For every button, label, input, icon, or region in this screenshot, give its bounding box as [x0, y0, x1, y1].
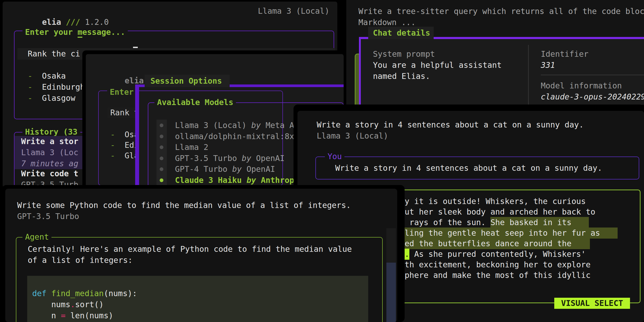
- list-item-label: Osaka: [125, 130, 135, 139]
- chat-prompt-line2: Markdown ...: [358, 17, 416, 28]
- story-line-2: out her sleek body and arched her back t…: [400, 206, 595, 217]
- app-name: elia: [125, 76, 144, 85]
- model-by: by: [228, 164, 247, 174]
- system-prompt-line2: named Elias.: [373, 71, 430, 82]
- history-item-model: Llama 3 (Loc: [21, 147, 78, 158]
- code-function-name: find_median: [46, 289, 104, 298]
- list-item-label: Osaka: [42, 71, 66, 80]
- identifier-label: Identifier: [541, 49, 589, 60]
- model-option-llama3[interactable]: Llama 3 (Local) by Meta AI: [175, 120, 299, 131]
- code-text: len(nums): [65, 311, 113, 320]
- app-title: elia///1.2.0: [106, 64, 191, 75]
- tab-chat-details[interactable]: Chat details: [373, 27, 430, 39]
- model-name: Llama 2: [175, 143, 208, 152]
- code-line-2: nums.sort(): [32, 299, 104, 310]
- bullet-dash: -: [110, 151, 115, 160]
- model-radio-icon: [160, 167, 163, 171]
- text-cursor: [133, 47, 138, 48]
- panel-title-hotkey: m: [78, 27, 82, 38]
- agent-intro-line1: Certainly! Here's an example of Python c…: [28, 244, 352, 255]
- model-name: GPT-3.5 Turbo: [175, 154, 237, 163]
- message-input-value: Rank the ci: [28, 48, 80, 59]
- story-selected-text: hed the butterflies dance around the: [400, 238, 590, 249]
- available-models-title: Available Models: [154, 97, 236, 108]
- model-option-llama2[interactable]: Llama 2: [175, 142, 208, 153]
- history-item2-prompt[interactable]: Write code t: [21, 168, 78, 179]
- app-title: elia///1.2.0: [23, 6, 109, 17]
- story-text: As she purred contentedly, Whiskers': [409, 249, 586, 259]
- list-item-glasgow: -Glasgow: [28, 93, 75, 104]
- code-operator: .: [70, 300, 75, 309]
- agent-panel-title: Agent: [22, 231, 51, 243]
- list-item-label: Edinburgh: [42, 82, 85, 92]
- scrollbar-thumb[interactable]: [386, 263, 396, 322]
- model-org: OpenAI: [256, 154, 285, 163]
- list-item-edinburgh: -Edinburgh: [28, 82, 85, 93]
- code-text: (nums):: [104, 289, 137, 298]
- model-name: ollama/dolphin-mixtral:8x7b: [175, 132, 304, 141]
- model-radio-icon: [160, 135, 163, 138]
- model-option-claude3-selected[interactable]: Claude 3 Haiku by Anthropic: [175, 175, 304, 186]
- history-item-time: 7 minutes ag: [21, 158, 78, 169]
- panel-title-text: Enter your message...: [110, 87, 135, 97]
- story-line-4: eling the gentle heat seep into her fur …: [400, 228, 618, 239]
- you-panel-message: Write a story in 4 sentences about a cat…: [335, 163, 602, 174]
- story-text: m rays of the sun.: [400, 218, 490, 227]
- model-radio-selected-icon: [160, 178, 163, 182]
- chat-model-label: GPT-3.5 Turbo: [17, 211, 79, 222]
- selection-cursor: .: [405, 249, 409, 260]
- details-horizontal-divider: [541, 75, 644, 75]
- bullet-dash: -: [28, 71, 32, 80]
- modal-edge-bar: [135, 84, 139, 191]
- code-line-1: def find_median(nums):: [32, 288, 137, 299]
- tab-session-options[interactable]: Session Options: [150, 75, 222, 87]
- chat-message: Write a story in 4 sentences about a cat…: [317, 119, 584, 130]
- you-panel-title: You: [325, 151, 344, 162]
- bullet-dash: -: [110, 140, 115, 150]
- list-item-edinburgh: -Edinburgh: [110, 140, 135, 151]
- model-info-label: Model information: [541, 80, 622, 91]
- model-radio-icon: [160, 145, 163, 149]
- model-name: Claude 3 Haiku: [175, 176, 242, 185]
- model-radio-icon: [160, 157, 163, 160]
- list-item-glasgow: -Glasgow: [110, 150, 135, 161]
- model-info-value: claude-3-opus-20240229: [541, 91, 644, 102]
- model-option-mixtral[interactable]: ollama/dolphin-mixtral:8x7b: [175, 131, 304, 142]
- desktop-composite: { "colors": { "accent_purple": "#6c24d4"…: [0, 0, 644, 322]
- model-by: by: [247, 121, 266, 130]
- window-chat-details: Write a tree-sitter query which returns …: [346, 0, 644, 105]
- model-name: GPT-4 Turbo: [175, 164, 228, 174]
- model-name: Llama 3 (Local): [175, 121, 247, 130]
- details-panel-left-border: [359, 37, 361, 105]
- list-item-label: Edinburgh: [125, 140, 135, 150]
- model-by: by: [237, 154, 256, 163]
- app-title-slashes: ///: [66, 17, 80, 27]
- bullet-dash: -: [28, 93, 32, 103]
- details-vertical-divider: [528, 45, 529, 105]
- code-operator: =: [61, 311, 65, 320]
- story-line-1: ay it is outside! Whiskers, the curious: [400, 196, 586, 207]
- model-option-gpt35[interactable]: GPT-3.5 Turbo by OpenAI: [175, 153, 285, 164]
- model-radio-icon: [160, 124, 163, 127]
- history-item-prompt[interactable]: Write a stor: [21, 136, 78, 147]
- story-line-7: ith excitement, beckoning her to explore: [400, 259, 590, 270]
- system-prompt-label: System prompt: [373, 49, 435, 60]
- system-prompt-line1: You are a helpful assistant: [373, 60, 502, 71]
- chat-message: Write some Python code to find the media…: [17, 200, 351, 211]
- identifier-value: 331: [541, 60, 555, 71]
- bullet-dash: -: [110, 130, 115, 139]
- code-line-3: n = len(nums): [32, 310, 113, 321]
- message-input-value: Rank the ci: [110, 107, 135, 118]
- list-item-label: Glasgow: [42, 93, 75, 103]
- code-text: n: [32, 311, 61, 320]
- bullet-dash: -: [28, 82, 32, 92]
- story-line-6: s. As she purred contentedly, Whiskers': [400, 249, 586, 260]
- code-keyword: def: [32, 289, 46, 298]
- panel-title-pre: Enter your: [25, 27, 78, 37]
- code-text: nums: [32, 300, 70, 309]
- model-option-gpt4[interactable]: GPT-4 Turbo by OpenAI: [175, 164, 275, 175]
- app-name: elia: [42, 17, 61, 27]
- story-line-3: m rays of the sun. She basked in its: [400, 217, 589, 228]
- code-text: sort(): [75, 300, 104, 309]
- app-version: 1.2.0: [85, 17, 109, 27]
